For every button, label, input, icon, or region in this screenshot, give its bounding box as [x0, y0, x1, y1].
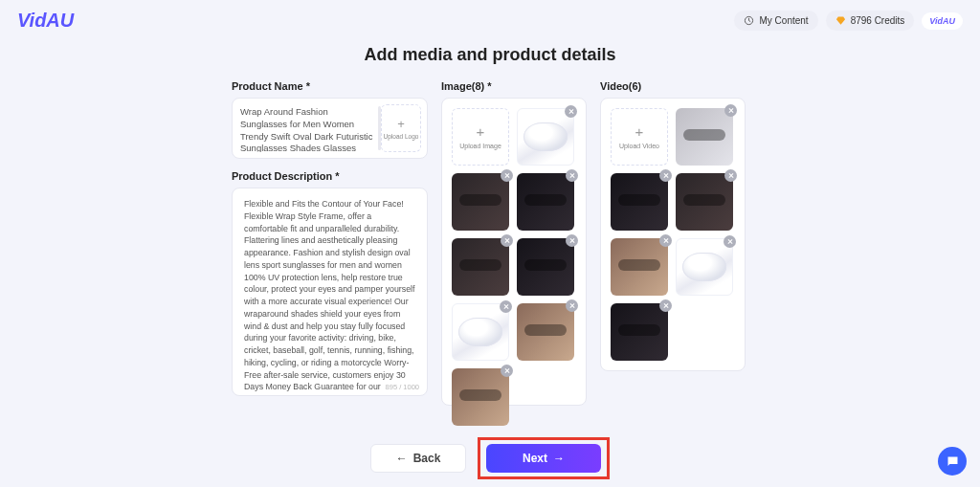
upload-video-label: Upload Video	[619, 143, 659, 149]
upload-logo-label: Upload Logo	[384, 133, 419, 140]
arrow-left-icon: ←	[396, 452, 408, 465]
my-content-label: My Content	[759, 15, 808, 26]
next-button[interactable]: Next →	[486, 444, 601, 473]
image-thumbnail[interactable]	[517, 238, 574, 296]
chat-icon	[946, 454, 960, 469]
video-section-label: Video(6)	[600, 80, 746, 92]
video-column: Video(6) + Upload Video	[600, 80, 746, 406]
video-grid-card: + Upload Video	[600, 98, 746, 371]
upload-image-button[interactable]: + Upload Image	[452, 108, 509, 166]
product-name-label: Product Name *	[232, 80, 428, 92]
credits-pill[interactable]: 8796 Credits	[826, 11, 915, 31]
top-right-group: My Content 8796 Credits VidAU	[734, 11, 963, 31]
product-description-label: Product Description *	[232, 170, 428, 182]
product-name-input[interactable]: Wrap Around Fashion Sunglasses for Men W…	[238, 104, 375, 152]
main-container: Product Name * Wrap Around Fashion Sungl…	[232, 80, 748, 406]
plus-icon: +	[635, 124, 644, 139]
upload-image-label: Upload Image	[459, 143, 501, 149]
product-name-card: Wrap Around Fashion Sunglasses for Men W…	[232, 98, 428, 159]
product-description-input[interactable]: Flexible and Fits the Contour of Your Fa…	[233, 188, 427, 395]
next-button-highlight: Next →	[478, 437, 610, 479]
upload-video-button[interactable]: + Upload Video	[611, 108, 668, 166]
remove-image-button[interactable]	[501, 234, 513, 247]
remove-video-button[interactable]	[724, 169, 737, 182]
remove-video-button[interactable]	[724, 235, 736, 248]
remove-image-button[interactable]	[501, 169, 513, 182]
image-thumbnail[interactable]	[517, 108, 574, 166]
remove-video-button[interactable]	[724, 104, 737, 117]
diamond-icon	[835, 15, 846, 26]
image-section-label: Image(8) *	[441, 80, 587, 92]
image-column: Image(8) * + Upload Image	[441, 80, 587, 406]
plus-icon: +	[477, 124, 485, 139]
details-column: Product Name * Wrap Around Fashion Sungl…	[232, 80, 428, 406]
remove-image-button[interactable]	[500, 300, 512, 313]
footer-actions: ← Back Next →	[0, 437, 980, 479]
account-chip[interactable]: VidAU	[922, 12, 963, 30]
image-thumbnail[interactable]	[452, 368, 509, 426]
image-thumbnail[interactable]	[452, 303, 509, 361]
remove-image-button[interactable]	[566, 234, 578, 247]
video-thumbnail[interactable]	[611, 303, 668, 361]
video-thumbnail[interactable]	[611, 173, 668, 231]
image-thumbnail[interactable]	[517, 173, 574, 231]
plus-icon: +	[397, 118, 405, 130]
credits-label: 8796 Credits	[851, 15, 905, 26]
chat-fab[interactable]	[938, 447, 967, 476]
arrow-right-icon: →	[553, 452, 565, 465]
character-counter: 895 / 1000	[386, 383, 419, 391]
video-thumbnail[interactable]	[676, 238, 733, 296]
image-thumbnail[interactable]	[452, 173, 509, 231]
remove-image-button[interactable]	[566, 299, 578, 312]
page-title: Add media and product details	[0, 45, 980, 65]
clock-icon	[744, 15, 754, 26]
video-grid: + Upload Video	[611, 108, 735, 361]
remove-image-button[interactable]	[501, 365, 513, 377]
image-grid: + Upload Image	[452, 108, 576, 395]
product-description-card: Flexible and Fits the Contour of Your Fa…	[232, 188, 428, 396]
video-thumbnail[interactable]	[676, 173, 733, 231]
brand-logo: VidAU	[17, 10, 74, 32]
remove-image-button[interactable]	[566, 169, 578, 182]
top-bar: VidAU My Content 8796 Credits VidAU	[0, 0, 980, 41]
back-button[interactable]: ← Back	[370, 444, 466, 473]
remove-video-button[interactable]	[659, 169, 672, 182]
remove-video-button[interactable]	[659, 234, 672, 247]
image-thumbnail[interactable]	[517, 303, 574, 361]
image-thumbnail[interactable]	[452, 238, 509, 296]
image-grid-card: + Upload Image	[441, 98, 587, 406]
upload-logo-button[interactable]: + Upload Logo	[381, 104, 421, 152]
my-content-button[interactable]: My Content	[734, 11, 817, 31]
video-thumbnail[interactable]	[676, 108, 733, 166]
back-label: Back	[413, 452, 441, 465]
remove-image-button[interactable]	[565, 105, 577, 118]
video-thumbnail[interactable]	[611, 238, 668, 296]
remove-video-button[interactable]	[659, 299, 672, 312]
next-label: Next	[523, 452, 547, 465]
